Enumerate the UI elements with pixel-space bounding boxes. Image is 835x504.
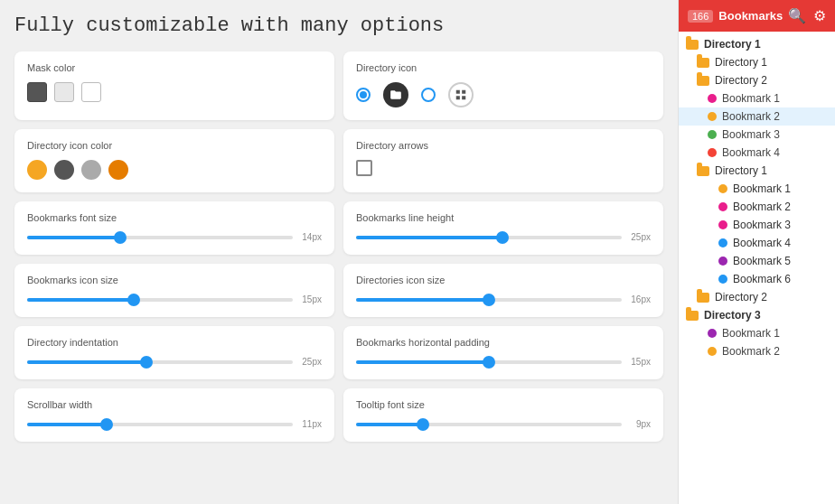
tree-item-label: Directory 1 [715,164,767,177]
tree-bookmark-sub-4[interactable]: Bookmark 4 [679,234,835,252]
tree-dir-child-1[interactable]: Directory 1 [679,53,835,71]
tree-item-label: Bookmark 2 [722,345,780,358]
directory-indentation-label: Directory indentation [27,337,322,348]
icon-options [356,82,651,107]
right-panel: 166 Bookmarks 🔍 ⚙ Directory 1 Directory … [678,0,835,504]
tree-dir-root-3[interactable]: Directory 3 [679,306,835,324]
tree-bookmark-1[interactable]: Bookmark 1 [679,89,835,107]
icon-option-1[interactable] [356,88,371,102]
color-circle-1[interactable] [27,160,47,180]
bookmarks-icon-size-thumb[interactable] [127,294,140,306]
tooltip-font-size-value: 9px [629,419,651,429]
radio-1[interactable] [356,88,371,102]
tree-item-label: Bookmark 5 [733,255,791,267]
icon-option-4[interactable] [448,82,474,107]
header-left: 166 Bookmarks [688,9,783,23]
scrollbar-width-fill [27,423,107,426]
left-panel: Fully customizable with many options Mas… [0,0,678,504]
scrollbar-width-thumb[interactable] [100,418,113,431]
directories-icon-size-track[interactable] [356,298,622,302]
bookmark-dot-sub-6 [718,275,727,284]
tree-bookmark-sub-6[interactable]: Bookmark 6 [679,270,835,288]
folder-icon-1 [686,40,699,50]
bookmark-dot-sub-5 [718,257,727,266]
folder-closed-icon[interactable] [383,82,408,107]
settings-icon[interactable]: ⚙ [813,7,826,24]
directories-icon-size-thumb[interactable] [483,294,495,306]
sidebar-title: Bookmarks [718,9,783,23]
bookmarks-horizontal-padding-card: Bookmarks horizontal padding 15px [343,326,663,379]
bookmarks-font-size-thumb[interactable] [114,231,127,244]
bookmarks-icon-size-card: Bookmarks icon size 15px [14,264,334,317]
bookmark-dot-d3-1 [708,329,717,338]
tree-dir-child-3[interactable]: Directory 1 [679,162,835,180]
bookmark-dot-sub-4 [718,238,727,247]
tooltip-font-size-track[interactable] [356,423,622,426]
bookmarks-icon-size-fill [27,298,134,302]
directory-icon-color-card: Directory icon color [14,129,334,192]
checkbox-area [356,160,651,176]
search-icon[interactable]: 🔍 [788,7,806,24]
scrollbar-width-track[interactable] [27,423,293,426]
tree-bookmark-4[interactable]: Bookmark 4 [679,144,835,162]
bookmarks-line-height-track[interactable] [356,236,622,239]
bookmarks-horizontal-padding-slider-container: 15px [356,357,651,367]
directory-icon-label: Directory icon [356,62,651,73]
directory-arrows-checkbox[interactable] [356,160,372,176]
tree-bookmark-sub-1[interactable]: Bookmark 1 [679,180,835,198]
bookmarks-icon-size-track[interactable] [27,298,293,302]
tree-bookmark-sub-3[interactable]: Bookmark 3 [679,216,835,234]
tree-dir-child-2[interactable]: Directory 2 [679,71,835,89]
tree-dir-child-4[interactable]: Directory 2 [679,288,835,306]
color-circle-2[interactable] [54,160,74,180]
tree-bookmark-2[interactable]: Bookmark 2 [679,107,835,126]
tree-dir-root-1[interactable]: Directory 1 [679,35,835,53]
scrollbar-width-slider-container: 11px [27,419,322,429]
bookmark-dot-4 [708,148,717,157]
icon-option-3[interactable] [421,88,436,102]
bookmarks-icon-size-slider-container: 15px [27,294,322,304]
tree-bookmark-sub-5[interactable]: Bookmark 5 [679,252,835,270]
bookmark-dot-3 [708,130,717,139]
scrollbar-width-label: Scrollbar width [27,399,322,410]
directory-icon-color-label: Directory icon color [27,140,322,151]
bookmarks-line-height-thumb[interactable] [496,231,509,244]
tree-item-label: Bookmark 1 [722,327,780,340]
bookmarks-horizontal-padding-label: Bookmarks horizontal padding [356,337,651,348]
bookmarks-line-height-fill [356,236,502,239]
directory-indentation-thumb[interactable] [140,356,153,369]
bookmark-dot-d3-2 [708,347,717,356]
directory-indentation-card: Directory indentation 25px [14,326,334,379]
mask-swatch-dark[interactable] [27,82,47,102]
mask-swatch-white[interactable] [81,82,101,102]
tree-item-label: Bookmark 1 [722,92,780,105]
bookmarks-font-size-track[interactable] [27,236,293,239]
tree-item-label: Directory 2 [715,74,767,87]
icon-option-2[interactable] [383,82,408,107]
tree-bookmark-sub-2[interactable]: Bookmark 2 [679,198,835,216]
bookmarks-horizontal-padding-thumb[interactable] [483,356,495,369]
bookmarks-horizontal-padding-track[interactable] [356,360,622,364]
color-circle-4[interactable] [108,160,128,180]
right-header: 166 Bookmarks 🔍 ⚙ [679,0,835,32]
color-circle-3[interactable] [81,160,101,180]
grid-icon[interactable] [448,82,474,107]
bookmarks-font-size-label: Bookmarks font size [27,212,322,223]
tree-bookmark-d3-2[interactable]: Bookmark 2 [679,342,835,360]
folder-icon-6 [686,311,699,321]
mask-color-label: Mask color [27,62,322,73]
mask-swatch-light[interactable] [54,82,74,102]
bookmarks-horizontal-padding-value: 15px [629,357,651,367]
directory-indentation-track[interactable] [27,360,293,364]
radio-3[interactable] [421,88,436,102]
tooltip-font-size-fill [356,423,423,426]
bookmark-dot-sub-1 [718,184,727,193]
tree-bookmark-d3-1[interactable]: Bookmark 1 [679,324,835,342]
tree-bookmark-3[interactable]: Bookmark 3 [679,126,835,144]
tooltip-font-size-thumb[interactable] [417,418,429,431]
directory-icon-card: Directory icon [343,51,663,120]
grid-svg [455,89,467,101]
tree-item-label: Bookmark 4 [733,237,791,249]
bookmarks-line-height-slider-container: 25px [356,232,651,242]
tree-item-label: Bookmark 3 [722,128,780,141]
